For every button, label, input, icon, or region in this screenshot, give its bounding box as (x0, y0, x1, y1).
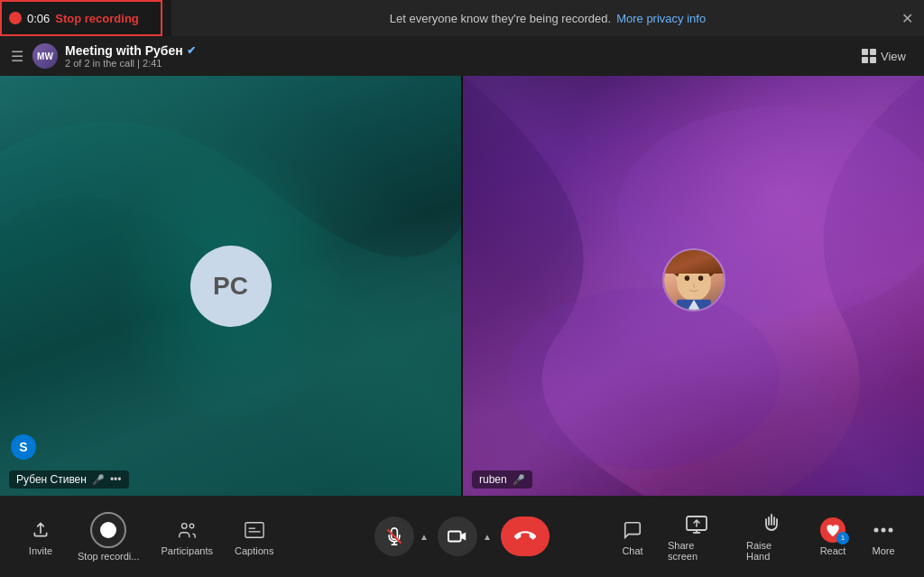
anime-avatar-bg (664, 250, 724, 310)
svg-point-5 (698, 275, 703, 281)
svg-point-4 (684, 275, 689, 281)
svg-point-22 (882, 527, 886, 532)
participant-name-label-left: Рубен Стивен 🎤 ••• (9, 470, 129, 489)
video-button[interactable] (438, 517, 477, 556)
video-chevron-button[interactable]: ▲ (477, 517, 497, 556)
captions-svg-icon (245, 521, 264, 539)
react-button[interactable]: 1 React (810, 512, 855, 562)
raise-hand-icon (759, 512, 784, 537)
svg-point-10 (189, 524, 194, 528)
participant-name-left: Рубен Стивен (16, 473, 87, 486)
svg-rect-17 (448, 532, 461, 542)
chat-label: Chat (622, 545, 642, 556)
end-call-button[interactable] (501, 517, 550, 556)
svg-point-3 (677, 264, 711, 301)
toolbar-left: Invite Stop recordi... Participants (18, 508, 314, 565)
mute-button[interactable] (374, 517, 414, 556)
notification-bar: Let everyone know they're being recorded… (171, 0, 924, 36)
meeting-title: Meeting with Рубен ✔ (65, 43, 855, 58)
header-right: View (855, 45, 913, 67)
raise-hand-label: Raise Hand (746, 540, 798, 562)
verified-icon: ✔ (187, 44, 196, 57)
mic-off-icon-left: 🎤 (92, 474, 105, 486)
meeting-info: Meeting with Рубен ✔ 2 of 2 in the call … (65, 43, 855, 69)
avatar: MW (32, 43, 58, 69)
invite-icon (28, 517, 53, 543)
more-label: More (872, 545, 894, 556)
participants-icon (174, 517, 199, 543)
invite-button[interactable]: Invite (18, 512, 63, 562)
svg-point-1 (508, 288, 780, 470)
share-screen-icon (684, 512, 709, 537)
anime-face-svg (664, 250, 724, 310)
share-screen-button[interactable]: Share screen (661, 507, 734, 567)
more-options-icon[interactable]: ••• (110, 473, 122, 486)
recording-toolbar-icon (90, 512, 126, 548)
recording-time: 0:06 (27, 12, 50, 25)
svg-point-23 (889, 527, 893, 532)
mute-chevron-button[interactable]: ▲ (414, 517, 434, 556)
invite-label: Invite (29, 545, 52, 556)
mute-control: ▲ (374, 517, 434, 556)
chat-icon (620, 517, 645, 543)
toolbar: Invite Stop recordi... Participants (0, 496, 924, 577)
more-options-button[interactable]: More (861, 512, 906, 562)
recording-inner-dot (100, 522, 116, 538)
skype-icon: S (11, 434, 36, 460)
captions-icon (242, 517, 267, 543)
captions-label: Captions (235, 545, 273, 556)
hamburger-menu-icon[interactable]: ☰ (11, 48, 23, 65)
video-tile-right: ruben 🎤 (463, 76, 924, 496)
privacy-link[interactable]: More privacy info (616, 12, 706, 25)
notification-text: Let everyone know they're being recorded… (390, 12, 611, 25)
people-icon (177, 520, 197, 540)
stop-recording-button[interactable]: Stop recording (55, 12, 138, 25)
mic-off-icon-right: 🎤 (513, 474, 525, 486)
react-label: React (820, 545, 846, 556)
video-tile-left: PC S Рубен Стивен 🎤 ••• (0, 76, 461, 496)
svg-point-21 (874, 527, 879, 532)
participant-name-label-right: ruben 🎤 (472, 470, 532, 489)
header-bar: ☰ MW Meeting with Рубен ✔ 2 of 2 in the … (0, 36, 924, 76)
chat-button[interactable]: Chat (610, 512, 655, 562)
video-control: ▲ (438, 517, 497, 556)
react-badge: 1 (836, 532, 849, 544)
camera-icon (448, 528, 467, 544)
ellipsis-icon (873, 527, 893, 533)
stop-recording-toolbar-button[interactable]: Stop recordi... (70, 508, 146, 565)
participants-button[interactable]: Participants (153, 512, 219, 562)
participant-name-right: ruben (479, 473, 507, 486)
end-call-icon (514, 526, 536, 547)
captions-button[interactable]: Captions (227, 512, 281, 562)
grid-view-icon (862, 49, 876, 63)
svg-point-9 (182, 523, 188, 528)
react-heart-icon: 1 (820, 517, 845, 543)
microphone-icon (385, 527, 403, 545)
share-screen-label: Share screen (668, 540, 726, 562)
upload-icon (32, 521, 50, 539)
hand-icon (762, 514, 781, 535)
raise-hand-button[interactable]: Raise Hand (739, 507, 805, 567)
recording-indicator (9, 12, 22, 24)
stop-recording-toolbar-label: Stop recordi... (78, 551, 139, 562)
participant-avatar-ruben (662, 248, 725, 312)
close-notification-button[interactable]: ✕ (901, 10, 913, 27)
video-grid: PC S Рубен Стивен 🎤 ••• (0, 76, 924, 496)
recording-bar: 0:06 Stop recording (0, 0, 162, 36)
meeting-subtitle: 2 of 2 in the call | 2:41 (65, 58, 855, 69)
toolbar-center: ▲ ▲ (314, 517, 610, 556)
view-button[interactable]: View (855, 45, 913, 67)
participant-avatar-pc: PC (190, 246, 272, 327)
chat-bubble-icon (623, 520, 642, 540)
toolbar-right: Chat Share screen Raise H (610, 507, 906, 567)
svg-rect-11 (245, 522, 263, 537)
screen-icon (686, 516, 707, 534)
participants-label: Participants (161, 545, 212, 556)
more-options-icon (871, 517, 896, 543)
